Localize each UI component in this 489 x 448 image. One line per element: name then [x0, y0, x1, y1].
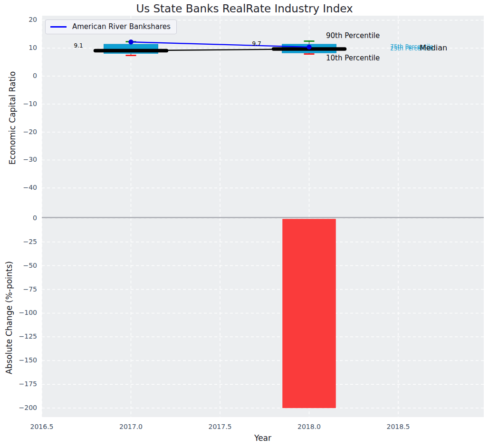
top-y-tick-label: −20	[4, 128, 37, 136]
top-axes: American River Bankshares 90th Percentil…	[42, 16, 484, 217]
bottom-y-tick-label: −50	[4, 262, 37, 269]
company-point	[307, 45, 311, 49]
bottom-y-tick-label: −125	[4, 332, 37, 340]
bottom-plot-canvas	[42, 218, 484, 417]
bottom-y-tick-label: −150	[4, 356, 37, 364]
legend-label: American River Bankshares	[72, 22, 171, 31]
company-point	[128, 39, 133, 44]
legend: American River Bankshares	[45, 19, 177, 34]
chart-title: Us State Banks RealRate Industry Index	[0, 2, 489, 15]
change-bar	[282, 219, 336, 408]
top-y-tick-label: −30	[4, 156, 37, 163]
median-value-label: 9.7	[252, 40, 261, 47]
x-tick-label: 2017.0	[110, 423, 153, 430]
legend-line-sample	[50, 26, 67, 28]
top-y-tick-label: 10	[4, 44, 37, 51]
bottom-y-tick-label: −100	[4, 309, 37, 316]
zero-axhline	[42, 217, 484, 218]
median-value-label: 9.1	[74, 42, 83, 49]
x-tick-label: 2018.5	[377, 423, 420, 430]
figure: Us State Banks RealRate Industry Index A…	[0, 0, 489, 448]
annotation-10th-percentile: 10th Percentile	[326, 54, 380, 62]
top-y-tick-label: 20	[4, 16, 37, 23]
annotation-median: Median	[420, 43, 447, 52]
top-y-axis-label: Economic Capital Ratio	[8, 71, 17, 165]
top-y-tick-label: −10	[4, 100, 37, 107]
bottom-y-tick-label: 0	[4, 214, 37, 222]
bottom-axes	[42, 218, 484, 417]
x-axis-label: Year	[42, 433, 484, 443]
bottom-y-tick-label: −200	[4, 404, 37, 411]
bottom-y-tick-label: −175	[4, 380, 37, 388]
x-tick-label: 2016.5	[20, 423, 63, 430]
annotation-90th-percentile: 90th Percentile	[326, 31, 380, 40]
x-tick-label: 2018.0	[288, 423, 331, 430]
bottom-y-tick-label: −25	[4, 238, 37, 245]
top-y-tick-label: 0	[4, 72, 37, 79]
top-y-tick-label: −40	[4, 184, 37, 191]
bottom-y-tick-label: −75	[4, 285, 37, 293]
x-tick-label: 2017.5	[199, 423, 241, 430]
